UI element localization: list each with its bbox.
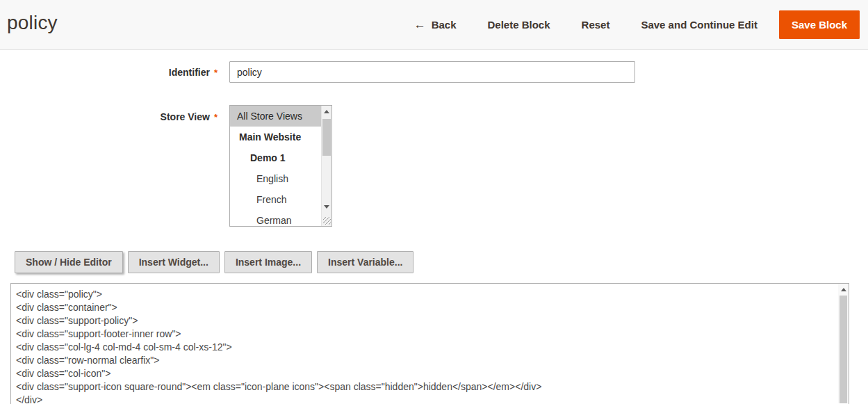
- insert-widget-button[interactable]: Insert Widget...: [128, 251, 220, 273]
- arrow-left-icon: ←: [414, 19, 426, 31]
- page-title: policy: [7, 12, 58, 34]
- store-view-option-main-website[interactable]: Main Website: [230, 127, 331, 147]
- identifier-label: Identifier*: [0, 67, 218, 78]
- code-line: <div class="col-icon">: [16, 367, 832, 380]
- reset-button[interactable]: Reset: [582, 19, 610, 31]
- scroll-down-icon[interactable]: [322, 202, 331, 211]
- insert-variable-button[interactable]: Insert Variable...: [317, 251, 413, 273]
- page-header: policy ← Back Delete Block Reset Save an…: [0, 0, 868, 50]
- back-button[interactable]: ← Back: [414, 19, 457, 31]
- code-line: <div class="col-lg-4 col-md-4 col-sm-4 c…: [16, 341, 832, 354]
- identifier-input[interactable]: [229, 61, 635, 83]
- store-view-option-english[interactable]: English: [230, 168, 331, 189]
- scrollbar-thumb[interactable]: [322, 119, 331, 156]
- required-asterisk: *: [214, 112, 218, 122]
- code-line: </div>: [16, 394, 832, 404]
- scroll-up-icon[interactable]: [322, 107, 331, 116]
- code-line: <div class="support-icon square-round"><…: [16, 380, 832, 394]
- save-and-continue-button[interactable]: Save and Continue Edit: [641, 19, 758, 31]
- store-list-scrollbar[interactable]: [321, 106, 331, 226]
- code-line: <div class="container">: [16, 301, 832, 314]
- show-hide-editor-button[interactable]: Show / Hide Editor: [15, 251, 123, 273]
- required-asterisk: *: [214, 67, 218, 78]
- store-view-option-all-store-views[interactable]: All Store Views: [230, 106, 331, 127]
- resize-grip-icon[interactable]: [323, 217, 331, 225]
- store-view-option-french[interactable]: French: [230, 189, 331, 210]
- insert-image-button[interactable]: Insert Image...: [224, 251, 312, 273]
- store-view-option-demo-1[interactable]: Demo 1: [230, 147, 331, 168]
- code-line: <div class="support-footer-inner row">: [16, 328, 832, 341]
- block-content-textarea[interactable]: <div class="policy"> <div class="contain…: [10, 283, 849, 404]
- delete-block-button[interactable]: Delete Block: [488, 19, 550, 31]
- scrollbar-thumb[interactable]: [840, 296, 847, 403]
- textarea-scrollbar[interactable]: [838, 284, 849, 403]
- back-button-label: Back: [432, 19, 457, 31]
- store-view-multiselect[interactable]: All Store Views Main Website Demo 1 Engl…: [229, 105, 332, 227]
- save-block-button[interactable]: Save Block: [779, 10, 860, 39]
- header-actions: ← Back Delete Block Reset Save and Conti…: [414, 0, 860, 49]
- store-view-label: Store View*: [0, 111, 218, 122]
- scroll-up-icon[interactable]: [838, 284, 849, 294]
- code-line: <div class="policy">: [16, 288, 832, 301]
- code-line: <div class="support-policy">: [16, 314, 832, 328]
- code-line: <div class="row-normal clearfix">: [16, 354, 832, 367]
- store-view-option-german[interactable]: German: [230, 210, 331, 227]
- editor-toolbar: Show / Hide Editor Insert Widget... Inse…: [15, 251, 413, 273]
- cms-block-edit-page: policy ← Back Delete Block Reset Save an…: [0, 0, 868, 404]
